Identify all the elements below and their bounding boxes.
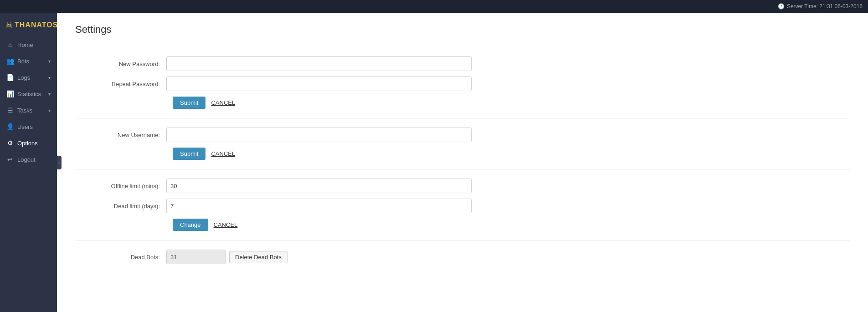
server-time: 🕐 Server Time: 21:31 06-03-2016	[778, 3, 863, 10]
sidebar-collapse-tab[interactable]	[57, 156, 62, 169]
sidebar-item-home[interactable]: ⌂ Home	[0, 36, 57, 53]
limits-btn-row: Change CANCEL	[75, 219, 850, 231]
sidebar-item-statistics[interactable]: 📊 Statistics ▾	[0, 86, 57, 102]
sidebar-item-statistics-label: Statistics	[17, 91, 41, 97]
dead-limit-row: Dead limit (days):	[75, 199, 850, 213]
password-btn-row: Submit CANCEL	[75, 97, 850, 109]
username-cancel-button[interactable]: CANCEL	[209, 148, 237, 160]
statistics-icon: 📊	[6, 90, 14, 97]
password-submit-button[interactable]: Submit	[173, 97, 205, 109]
logo-icon: ☠	[5, 20, 13, 30]
sidebar-item-logs[interactable]: 📄 Logs ▾	[0, 69, 57, 86]
limits-section: Offline limit (mins): Dead limit (days):…	[75, 169, 850, 240]
topbar: 🕐 Server Time: 21:31 06-03-2016	[0, 0, 868, 13]
home-icon: ⌂	[6, 41, 14, 48]
new-username-row: New Username:	[75, 128, 850, 142]
limits-cancel-button[interactable]: CANCEL	[212, 219, 240, 231]
bots-icon: 👥	[6, 57, 14, 65]
logout-icon: ↩	[6, 156, 14, 163]
dead-bots-section: Dead Bots: Delete Dead Bots	[75, 240, 850, 279]
clock-icon: 🕐	[778, 3, 785, 10]
tasks-chevron-icon: ▾	[48, 108, 51, 113]
new-username-label: New Username:	[75, 132, 166, 138]
tasks-icon: ☰	[6, 107, 14, 114]
sidebar-item-logout[interactable]: ↩ Logout	[0, 151, 57, 168]
repeat-password-label: Repeat Password:	[75, 81, 166, 87]
delete-dead-bots-button[interactable]: Delete Dead Bots	[229, 251, 288, 263]
sidebar-item-users[interactable]: 👤 Users	[0, 118, 57, 135]
new-password-input[interactable]	[166, 56, 472, 71]
offline-limit-label: Offline limit (mins):	[75, 183, 166, 189]
logo-text: THANATOS	[15, 21, 58, 29]
statistics-chevron-icon: ▾	[48, 92, 51, 97]
new-username-input[interactable]	[166, 128, 472, 142]
username-btn-row: Submit CANCEL	[75, 148, 850, 160]
dead-bots-label: Dead Bots:	[75, 254, 166, 261]
offline-limit-row: Offline limit (mins):	[75, 179, 850, 193]
bots-chevron-icon: ▾	[48, 59, 51, 64]
username-section: New Username: Submit CANCEL	[75, 118, 850, 169]
repeat-password-row: Repeat Password:	[75, 77, 850, 91]
limits-change-button[interactable]: Change	[173, 219, 208, 231]
layout: ☠ THANATOS ⌂ Home 👥 Bots ▾ 📄 Logs ▾ 📊 St…	[0, 13, 868, 312]
sidebar-item-users-label: Users	[17, 123, 33, 130]
settings-body: New Password: Repeat Password: Submit CA…	[57, 43, 868, 292]
users-icon: 👤	[6, 123, 14, 130]
dead-bots-row: Dead Bots: Delete Dead Bots	[75, 250, 850, 264]
page-title: Settings	[75, 24, 850, 36]
logs-icon: 📄	[6, 74, 14, 81]
offline-limit-input[interactable]	[166, 179, 472, 193]
dead-limit-label: Dead limit (days):	[75, 203, 166, 210]
main-content: Settings New Password: Repeat Password: …	[57, 13, 868, 312]
sidebar-item-options-label: Options	[17, 140, 38, 147]
dead-bots-input	[166, 250, 226, 264]
sidebar-item-tasks-label: Tasks	[17, 107, 32, 114]
page-header: Settings	[57, 13, 868, 43]
repeat-password-input[interactable]	[166, 77, 472, 91]
password-cancel-button[interactable]: CANCEL	[209, 97, 237, 109]
new-password-row: New Password:	[75, 56, 850, 71]
sidebar: ☠ THANATOS ⌂ Home 👥 Bots ▾ 📄 Logs ▾ 📊 St…	[0, 13, 57, 312]
logs-chevron-icon: ▾	[48, 75, 51, 80]
options-icon: ⚙	[6, 139, 14, 147]
new-password-label: New Password:	[75, 61, 166, 67]
sidebar-item-home-label: Home	[17, 41, 33, 48]
dead-limit-input[interactable]	[166, 199, 472, 213]
logo-area: ☠ THANATOS	[0, 17, 57, 36]
sidebar-item-tasks[interactable]: ☰ Tasks ▾	[0, 102, 57, 118]
sidebar-item-options[interactable]: ⚙ Options	[0, 135, 57, 151]
sidebar-item-logs-label: Logs	[17, 74, 30, 81]
server-time-label: Server Time: 21:31 06-03-2016	[787, 3, 863, 10]
sidebar-item-bots[interactable]: 👥 Bots ▾	[0, 53, 57, 69]
sidebar-item-logout-label: Logout	[17, 156, 36, 163]
username-submit-button[interactable]: Submit	[173, 148, 205, 160]
sidebar-item-bots-label: Bots	[17, 58, 29, 65]
password-section: New Password: Repeat Password: Submit CA…	[75, 47, 850, 118]
